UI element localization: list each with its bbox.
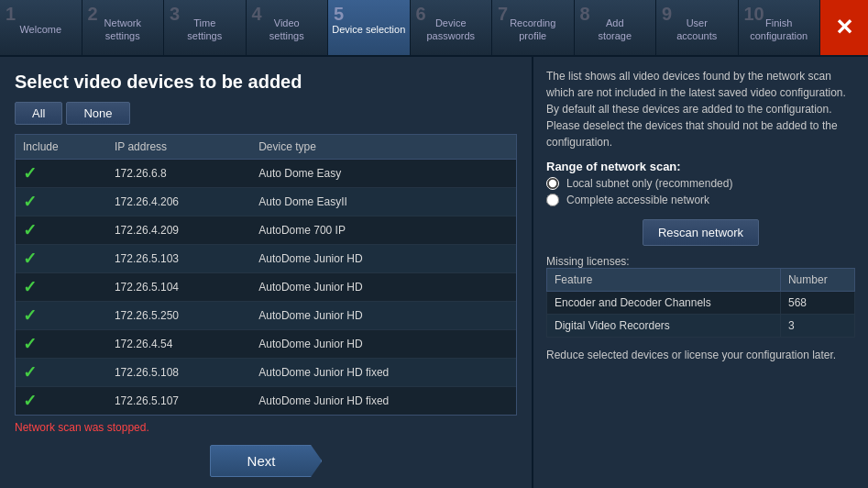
- nav-label-recording: Recordingprofile: [510, 17, 555, 43]
- table-row[interactable]: ✓ 172.26.5.250 AutoDome Junior HD: [16, 302, 516, 330]
- radio-complete-input[interactable]: [546, 194, 559, 206]
- table-row[interactable]: ✓ 172.26.4.206 Auto Dome EasyII: [16, 188, 516, 216]
- rescan-button[interactable]: Rescan network: [643, 219, 759, 246]
- ip-cell: 172.26.5.107: [107, 387, 251, 416]
- checkmark-icon: ✓: [23, 221, 37, 239]
- ip-cell: 172.26.5.108: [107, 359, 251, 387]
- include-cell: ✓: [16, 330, 107, 359]
- radio-complete-label: Complete accessible network: [566, 194, 709, 206]
- nav-label-network: Networksettings: [104, 17, 141, 43]
- include-cell: ✓: [16, 387, 107, 416]
- left-panel: Select video devices to be added All Non…: [0, 57, 532, 488]
- ip-cell: 172.26.5.250: [107, 302, 251, 330]
- radio-local-subnet[interactable]: Local subnet only (recommended): [546, 177, 855, 190]
- step-num-10: 10: [744, 2, 764, 26]
- nav-label-storage: Addstorage: [598, 17, 632, 43]
- none-button[interactable]: None: [66, 102, 129, 125]
- device-cell: Auto Dome Easy: [251, 160, 516, 188]
- checkmark-icon: ✓: [23, 335, 37, 353]
- main-content: Select video devices to be added All Non…: [0, 57, 868, 488]
- device-cell: AutoDome Junior HD: [251, 330, 516, 359]
- reduce-text: Reduce selected devices or license your …: [546, 347, 855, 363]
- next-button[interactable]: Next: [210, 445, 323, 477]
- nav-label-time: Timesettings: [187, 17, 222, 43]
- radio-local-label: Local subnet only (recommended): [566, 177, 732, 190]
- checkmark-icon: ✓: [23, 278, 37, 296]
- feature-cell: Encoder and Decoder Channels: [547, 292, 781, 315]
- device-table-wrapper: Include IP address Device type ✓ 172.26.…: [15, 134, 517, 416]
- step-num-9: 9: [662, 2, 672, 26]
- include-cell: ✓: [16, 302, 107, 330]
- device-cell: AutoDome Junior HD fixed: [251, 387, 516, 416]
- include-cell: ✓: [16, 216, 107, 245]
- table-row[interactable]: ✓ 172.26.4.209 AutoDome 700 IP: [16, 216, 516, 245]
- include-cell: ✓: [16, 359, 107, 387]
- table-row[interactable]: ✓ 172.26.4.54 AutoDome Junior HD: [16, 330, 516, 359]
- info-description: The list shows all video devices found b…: [546, 68, 855, 150]
- missing-col-number: Number: [780, 269, 854, 292]
- step-num-8: 8: [580, 2, 590, 26]
- step-num-5: 5: [334, 2, 344, 26]
- checkmark-icon: ✓: [23, 193, 37, 211]
- include-cell: ✓: [16, 273, 107, 302]
- right-panel: The list shows all video devices found b…: [532, 57, 868, 488]
- device-cell: AutoDome Junior HD: [251, 302, 516, 330]
- feature-cell: Digital Video Recorders: [547, 315, 781, 338]
- step-num-3: 3: [170, 2, 180, 26]
- ip-cell: 172.26.5.103: [107, 245, 251, 273]
- nav-label-device-passwords: Devicepasswords: [426, 17, 475, 43]
- bottom-row: Next: [15, 438, 517, 481]
- nav-item-network[interactable]: 2 Networksettings: [82, 0, 165, 55]
- device-cell: AutoDome Junior HD fixed: [251, 359, 516, 387]
- nav-item-device-selection[interactable]: 5 Device selection: [328, 0, 411, 55]
- nav-item-finish[interactable]: 10 Finishconfiguration: [739, 0, 821, 55]
- include-cell: ✓: [16, 245, 107, 273]
- device-cell: AutoDome Junior HD: [251, 245, 516, 273]
- col-header-ip: IP address: [107, 135, 251, 160]
- ip-cell: 172.26.4.206: [107, 188, 251, 216]
- close-button[interactable]: ✕: [820, 0, 868, 55]
- nav-item-storage[interactable]: 8 Addstorage: [575, 0, 657, 55]
- include-cell: ✓: [16, 188, 107, 216]
- device-cell: AutoDome 700 IP: [251, 216, 516, 245]
- nav-item-video[interactable]: 4 Videosettings: [247, 0, 329, 55]
- ip-cell: 172.26.4.209: [107, 216, 251, 245]
- missing-col-feature: Feature: [547, 269, 781, 292]
- nav-item-device-passwords[interactable]: 6 Devicepasswords: [411, 0, 493, 55]
- checkmark-icon: ✓: [23, 306, 37, 325]
- step-num-1: 1: [5, 2, 16, 26]
- table-row[interactable]: ✓ 172.26.6.8 Auto Dome Easy: [16, 160, 516, 188]
- nav-item-welcome[interactable]: 1 Welcome: [0, 0, 82, 55]
- page-title: Select video devices to be added: [15, 72, 517, 93]
- number-cell: 3: [780, 315, 854, 338]
- missing-license-row: Digital Video Recorders 3: [547, 315, 855, 338]
- ip-cell: 172.26.6.8: [107, 160, 251, 188]
- step-num-7: 7: [498, 2, 508, 26]
- device-table: Include IP address Device type ✓ 172.26.…: [16, 135, 516, 416]
- step-num-6: 6: [416, 2, 426, 26]
- device-cell: AutoDome Junior HD: [251, 273, 516, 302]
- checkmark-icon: ✓: [23, 363, 37, 382]
- nav-item-accounts[interactable]: 9 Useraccounts: [656, 0, 739, 55]
- number-cell: 568: [780, 292, 854, 315]
- col-header-device: Device type: [251, 135, 516, 160]
- missing-license-row: Encoder and Decoder Channels 568: [547, 292, 855, 315]
- all-button[interactable]: All: [15, 102, 62, 125]
- table-row[interactable]: ✓ 172.26.5.104 AutoDome Junior HD: [16, 273, 516, 302]
- checkmark-icon: ✓: [23, 164, 37, 183]
- selection-buttons: All None: [15, 102, 517, 125]
- missing-licenses-table: Feature Number Encoder and Decoder Chann…: [546, 268, 855, 338]
- nav-item-recording[interactable]: 7 Recordingprofile: [492, 0, 575, 55]
- table-row[interactable]: ✓ 172.26.5.108 AutoDome Junior HD fixed: [16, 359, 516, 387]
- ip-cell: 172.26.4.54: [107, 330, 251, 359]
- table-row[interactable]: ✓ 172.26.5.107 AutoDome Junior HD fixed: [16, 387, 516, 416]
- step-num-2: 2: [88, 2, 98, 26]
- ip-cell: 172.26.5.104: [107, 273, 251, 302]
- missing-licenses-label: Missing licenses:: [546, 255, 855, 268]
- radio-local-input[interactable]: [546, 177, 559, 190]
- nav-label-welcome: Welcome: [19, 23, 61, 36]
- radio-complete-network[interactable]: Complete accessible network: [546, 194, 855, 206]
- nav-item-time[interactable]: 3 Timesettings: [164, 0, 247, 55]
- checkmark-icon: ✓: [23, 250, 37, 268]
- table-row[interactable]: ✓ 172.26.5.103 AutoDome Junior HD: [16, 245, 516, 273]
